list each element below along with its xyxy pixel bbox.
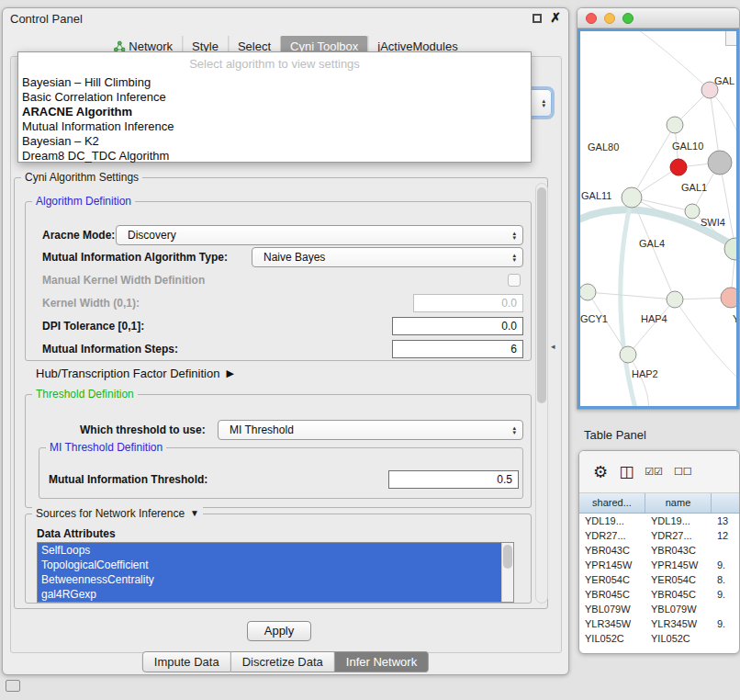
minimized-panel-icon[interactable] — [6, 680, 20, 692]
dropdown-item-aracne-algorithm[interactable]: ARACNE Algorithm — [18, 105, 531, 119]
table-row[interactable]: YDL19...YDL19...13 — [579, 514, 739, 528]
table-cell: 13 — [712, 514, 739, 528]
hide-all-columns-icon[interactable]: ☐☐ — [674, 467, 692, 477]
dropdown-item-dream8-dc-tdc-algorithm[interactable]: Dream8 DC_TDC Algorithm — [18, 149, 531, 164]
network-view-window: GALGAL80GAL10GAL11GAL1SWI4GAL4GCY1HAP4YH… — [577, 7, 740, 410]
minimize-window-icon[interactable] — [604, 13, 615, 24]
scrollbar-thumb[interactable] — [537, 187, 546, 403]
close-window-icon[interactable] — [586, 13, 597, 24]
dropdown-item-bayesian-k2[interactable]: Bayesian – K2 — [18, 134, 531, 149]
mi-threshold-field[interactable]: 0.5 — [388, 470, 519, 489]
column-header-2[interactable]: name — [645, 493, 712, 513]
dropdown-item-mutual-information-inference[interactable]: Mutual Information Inference — [18, 119, 531, 134]
network-canvas[interactable]: GALGAL80GAL10GAL11GAL1SWI4GAL4GCY1HAP4YH… — [577, 28, 739, 409]
threshold-definition-title: Threshold Definition — [32, 388, 138, 401]
sources-group-toggle[interactable]: Sources for Network Inference ▼ — [32, 507, 203, 520]
attribute-item-topologicalcoefficient[interactable]: TopologicalCoefficient — [38, 558, 501, 572]
control-panel-window: Control Panel ✗ NetworkStyleSelectCyni T… — [2, 7, 569, 675]
table-cell: YDL19... — [645, 514, 712, 528]
which-threshold-select[interactable]: MI Threshold ▴▾ — [218, 420, 523, 440]
node-label: GAL80 — [588, 141, 619, 152]
settings-gear-icon[interactable]: ⚙ — [593, 464, 608, 480]
table-toolbar: ⚙◫☑☑☐☐ — [579, 451, 739, 493]
network-graph: GALGAL80GAL10GAL11GAL1SWI4GAL4GCY1HAP4YH… — [580, 31, 738, 408]
table-cell: YDR27... — [645, 528, 712, 543]
mi-steps-field[interactable]: 6 — [392, 340, 523, 358]
settings-scrollbar[interactable] — [535, 183, 548, 604]
column-header-3[interactable] — [712, 493, 740, 513]
table-cell: 8. — [712, 572, 739, 587]
attribute-item-betweennesscentrality[interactable]: BetweennessCentrality — [38, 572, 501, 587]
network-edge — [675, 299, 738, 385]
table-cell: YER054C — [645, 572, 712, 587]
table-row[interactable]: YDR27...YDR27...12 — [579, 528, 739, 543]
table-row[interactable]: YBR043CYBR043C — [579, 543, 739, 558]
show-all-columns-icon[interactable]: ☑☑ — [645, 467, 663, 477]
network-node[interactable] — [667, 291, 683, 308]
manual-kernel-checkbox[interactable] — [508, 274, 521, 287]
splitter-collapse-icon[interactable]: ◂ — [551, 342, 555, 351]
float-window-icon[interactable] — [533, 14, 542, 23]
table-row[interactable]: YBR045CYBR045C9. — [579, 587, 739, 602]
control-panel-titlebar[interactable]: Control Panel ✗ — [3, 8, 568, 28]
network-edge — [632, 125, 675, 198]
table-row[interactable]: YLR345WYLR345W9. — [579, 616, 739, 631]
table-panel-window: ⚙◫☑☑☐☐ shared...name YDL19...YDL19...13Y… — [578, 450, 740, 654]
dpi-tolerance-field[interactable]: 0.0 — [392, 317, 523, 335]
combo-down-arrow: ▾ — [512, 235, 516, 240]
list-scrollbar[interactable] — [501, 543, 513, 602]
table-row[interactable]: YER054CYER054C8. — [579, 572, 739, 587]
network-window-titlebar[interactable] — [577, 8, 739, 28]
table-row[interactable]: YIL052CYIL052C — [579, 631, 739, 646]
table-cell: 9. — [712, 587, 739, 602]
network-node[interactable] — [685, 204, 700, 219]
algorithm-definition-group: Algorithm Definition Aracne Mode: Discov… — [25, 201, 532, 361]
network-node[interactable] — [622, 187, 642, 208]
attribute-item-gal4rgexp[interactable]: gal4RGexp — [38, 587, 501, 602]
table-cell: 9. — [712, 616, 739, 631]
combo-arrows-icon: ▴▾ — [542, 98, 545, 107]
table-cell: YLR345W — [579, 616, 645, 631]
combo-down-arrow: ▾ — [512, 257, 516, 262]
network-node[interactable] — [708, 151, 732, 175]
mi-threshold-group-title: MI Threshold Definition — [46, 441, 166, 454]
column-layout-icon[interactable]: ◫ — [619, 464, 633, 480]
table-cell — [712, 543, 739, 558]
table-cell: YBL079W — [645, 602, 712, 616]
kernel-width-field[interactable]: 0.0 — [413, 294, 523, 312]
scrollbar-thumb[interactable] — [503, 545, 512, 569]
node-label: GCY1 — [580, 313, 608, 324]
network-node[interactable] — [667, 117, 683, 133]
network-node[interactable] — [620, 346, 636, 363]
column-header-1[interactable]: shared... — [579, 493, 645, 513]
node-label: GAL — [714, 75, 734, 86]
table-cell — [712, 631, 739, 646]
network-node[interactable] — [721, 288, 738, 308]
dropdown-item-basic-correlation-inference[interactable]: Basic Correlation Inference — [18, 90, 531, 105]
tab-infer-network[interactable]: Infer Network — [335, 651, 429, 672]
kernel-width-label: Kernel Width (0,1): — [42, 297, 140, 310]
tab-impute-data[interactable]: Impute Data — [142, 651, 231, 672]
zoom-window-icon[interactable] — [622, 13, 633, 24]
table-row[interactable]: YBL079WYBL079W — [579, 602, 739, 616]
table-cell: 9. — [712, 558, 739, 572]
hub-definition-toggle[interactable]: Hub/Transcription Factor Definition ▶ — [36, 367, 234, 380]
dropdown-item-list: Bayesian – Hill ClimbingBasic Correlatio… — [18, 75, 531, 164]
table-cell: 12 — [712, 528, 739, 543]
aracne-mode-select[interactable]: Discovery ▴▾ — [116, 225, 523, 245]
table-body: YDL19...YDL19...13YDR27...YDR27...12YBR0… — [579, 514, 739, 653]
apply-button[interactable]: Apply — [247, 621, 311, 641]
which-threshold-label: Which threshold to use: — [80, 423, 206, 436]
close-window-icon[interactable]: ✗ — [550, 12, 561, 24]
table-row[interactable]: YPR145WYPR145W9. — [579, 558, 739, 572]
table-cell: YIL052C — [645, 631, 712, 646]
table-cell: YDR27... — [579, 528, 645, 543]
combo-down-arrow: ▾ — [512, 430, 516, 435]
mi-type-select[interactable]: Naive Bayes ▴▾ — [252, 247, 523, 267]
tab-discretize-data[interactable]: Discretize Data — [231, 651, 335, 672]
table-cell: YDL19... — [579, 514, 645, 528]
network-node[interactable] — [580, 284, 596, 300]
attribute-item-selfloops[interactable]: SelfLoops — [38, 543, 501, 558]
dropdown-item-bayesian-hill-climbing[interactable]: Bayesian – Hill Climbing — [18, 75, 531, 90]
network-node[interactable] — [670, 159, 687, 175]
